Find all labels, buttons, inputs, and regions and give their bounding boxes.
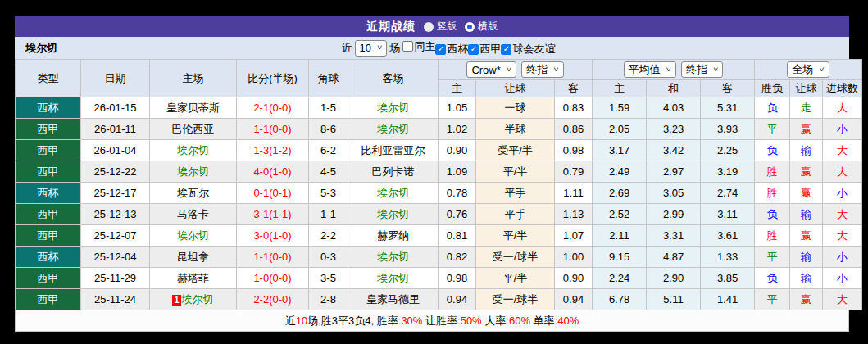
filter-checkbox-西杯[interactable]: 西杯 [435, 42, 468, 57]
handicap-cell: 平/半 [476, 268, 555, 289]
col-header-type: 类型 [16, 60, 81, 97]
date-cell: 26-01-15 [81, 97, 150, 119]
page-title: 近期战绩 [366, 20, 416, 34]
radio-checked-icon[interactable] [465, 22, 475, 32]
goals-cell: 小 [823, 183, 862, 204]
subcol-handicap: 让球 [476, 80, 555, 97]
filter-checkbox-球会友谊[interactable]: 球会友谊 [501, 42, 555, 57]
away-odds-cell: 0.94 [555, 289, 593, 310]
avg-draw-cell: 3.23 [647, 119, 701, 140]
score-cell: 0-1(0-1) [237, 183, 309, 204]
home-odds-cell: 0.98 [439, 268, 476, 289]
home-odds-cell: 0.81 [439, 225, 476, 247]
handicap-result-cell: 输 [790, 204, 823, 225]
avg-draw-cell: 4.87 [647, 247, 701, 268]
away-team-name: 埃尔切 [377, 102, 409, 114]
avg-draw-cell: 2.99 [647, 204, 701, 225]
type-cell: 西杯 [16, 183, 81, 204]
summary-stat-label: 单率: [530, 314, 557, 328]
home-team-name: 巴伦西亚 [172, 123, 215, 135]
home-odds-cell: 0.76 [439, 204, 476, 225]
handicap-cell: 平手 [476, 183, 555, 204]
avg-home-cell: 2.11 [593, 225, 647, 247]
home-team-cell: 1埃尔切 [150, 289, 237, 310]
type-cell: 西甲 [16, 225, 81, 247]
team-name: 埃尔切 [25, 41, 57, 56]
layout-radio-horizontal[interactable]: 横版 [465, 20, 498, 34]
summary-stat-value: 30% [401, 315, 422, 327]
filter-controls: 近 10 ˅ 场 同主西杯西甲球会友谊 [342, 39, 556, 57]
avg-home-cell: 3.17 [593, 140, 647, 161]
fulltime-select[interactable]: 全场 ˅ [787, 61, 829, 78]
bookmaker-select[interactable]: Crow* ˅ [466, 61, 516, 78]
handicap-result-cell: 赢 [790, 183, 823, 204]
date-cell: 25-12-22 [81, 161, 150, 183]
handicap-cell: 受一/球半 [476, 247, 555, 268]
checkbox-checked-icon[interactable] [501, 44, 511, 55]
summary-stat-value: 60% [509, 315, 530, 327]
home-team-name: 赫塔菲 [177, 272, 209, 284]
avg-home-cell: 2.49 [593, 161, 647, 183]
goals-cell: 大 [823, 289, 862, 310]
radio-vertical-label: 竖版 [437, 20, 457, 34]
home-team-cell: 埃瓦尔 [150, 183, 237, 204]
match-row: 西杯26-01-15皇家贝蒂斯2-1(0-0)1-5埃尔切1.05一球0.831… [16, 97, 862, 119]
score-cell: 2-1(0-0) [237, 97, 309, 119]
home-team-cell: 埃尔切 [150, 225, 237, 247]
corner-cell: 2-8 [309, 289, 348, 310]
type-cell: 西杯 [16, 97, 81, 119]
filter-checkbox-西甲[interactable]: 西甲 [468, 42, 501, 57]
avg-home-cell: 6.78 [593, 289, 647, 310]
match-count-select[interactable]: 10 ˅ [355, 40, 388, 57]
checkbox-label: 同主 [414, 39, 435, 54]
filter-checkbox-同主[interactable]: 同主 [402, 39, 435, 54]
subcol-avg-away: 客 [701, 80, 755, 97]
summary-stat-value: 50% [461, 315, 482, 327]
bookmaker-group-header: Crow* ˅ 终指 ˅ [439, 60, 593, 80]
col-header-score: 比分(半场) [237, 60, 309, 97]
match-row: 西甲25-12-13马洛卡3-1(1-1)1-1埃尔切0.76平手1.132.5… [16, 204, 862, 225]
away-team-cell: 埃尔切 [348, 204, 439, 225]
handicap-result-cell: 输 [790, 140, 823, 161]
home-team-name: 埃尔切 [177, 165, 209, 178]
checkbox-checked-icon[interactable] [468, 44, 479, 55]
avg-draw-cell: 2.90 [647, 268, 701, 289]
type-cell: 西甲 [16, 140, 81, 161]
avg-draw-cell: 3.42 [647, 140, 701, 161]
avg-draw-cell: 2.97 [647, 161, 701, 183]
col-header-corner: 角球 [309, 60, 348, 97]
odds-stage-select-2[interactable]: 终指 ˅ [681, 61, 723, 78]
avg-away-cell: 1.41 [701, 289, 755, 310]
match-row: 西甲25-12-22埃尔切4-0(1-0)4-5巴列卡诺1.09平/半0.792… [16, 161, 862, 183]
subcol-home-odds: 主 [439, 80, 476, 97]
odds-stage-select-1[interactable]: 终指 ˅ [521, 61, 563, 78]
match-row: 西甲25-11-29赫塔菲1-0(0-0)3-5埃尔切0.98平/半0.902.… [16, 268, 862, 289]
average-select[interactable]: 平均值 ˅ [624, 61, 676, 78]
handicap-cell: 平手 [476, 204, 555, 225]
avg-away-cell: 3.61 [701, 225, 755, 247]
date-cell: 25-12-04 [81, 247, 150, 268]
goals-cell: 小 [823, 247, 862, 268]
checkbox-unchecked-icon[interactable] [402, 41, 413, 52]
checkbox-checked-icon[interactable] [435, 44, 446, 55]
type-cell: 西甲 [16, 204, 81, 225]
result-cell: 平 [755, 289, 790, 310]
home-team-cell: 马洛卡 [150, 204, 237, 225]
away-odds-cell: 0.98 [555, 140, 593, 161]
col-header-home: 主场 [150, 60, 237, 97]
home-odds-cell: 0.94 [439, 289, 476, 310]
home-odds-cell: 0.90 [439, 140, 476, 161]
avg-home-cell: 1.59 [593, 97, 647, 119]
away-odds-cell: 1.11 [555, 183, 593, 204]
layout-radio-vertical[interactable]: 竖版 [424, 20, 457, 34]
score-cell: 1-3(1-2) [237, 140, 309, 161]
avg-home-cell: 2.24 [593, 268, 647, 289]
bookmaker-select-value: Crow* [471, 64, 500, 76]
score-cell: 1-1(0-0) [237, 119, 309, 140]
subcol-result: 胜负 [755, 80, 790, 97]
radio-unchecked-icon[interactable] [424, 22, 434, 32]
matches-label: 场 [389, 41, 400, 56]
subcol-away-odds: 客 [555, 80, 593, 97]
away-team-name: 埃尔切 [377, 272, 409, 284]
corner-cell: 5-3 [309, 183, 348, 204]
